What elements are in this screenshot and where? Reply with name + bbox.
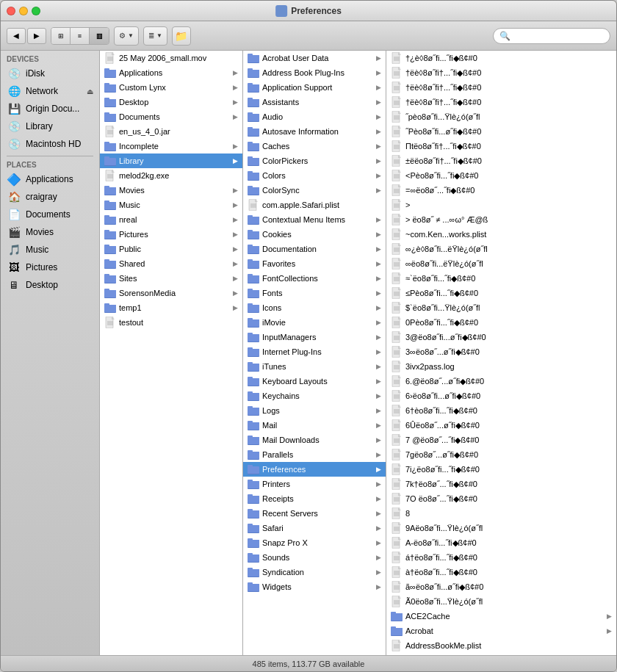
list-item[interactable]: Application Support▶ — [243, 80, 386, 95]
sidebar-item-network[interactable]: 🌐 Network ⏏ — [1, 82, 99, 100]
sidebar-item-movies[interactable]: 🎬 Movies — [1, 223, 99, 241]
list-item[interactable]: 25 May 2006_small.mov — [100, 51, 242, 65]
search-box[interactable]: 🔍 — [493, 28, 610, 44]
list-item[interactable]: Public▶ — [100, 242, 242, 256]
list-item[interactable]: melod2kg.exe — [100, 168, 242, 183]
list-item[interactable]: 6›ëo8ø˝fi...ø˝fi◆ß¢#0 — [386, 389, 616, 403]
list-item[interactable]: ≈`ëo8ø˝fi...˝fi◆ß¢#0 — [386, 271, 616, 286]
list-item[interactable]: Snapz Pro X▶ — [243, 535, 386, 550]
sidebar-item-music[interactable]: 🎵 Music — [1, 241, 99, 259]
list-item[interactable]: Sounds▶ — [243, 550, 386, 565]
proxy-icon[interactable]: 📁 — [172, 26, 191, 46]
sidebar-item-pictures[interactable]: 🖼 Pictures — [1, 259, 99, 276]
list-item[interactable]: 6Ûëo8ø˝...ø˝fi◆ß¢#0 — [386, 418, 616, 433]
list-item[interactable]: Receipts▶ — [243, 491, 386, 506]
list-item[interactable]: †¿è◊8ø˝fi...˝fi◆ß¢#0 — [386, 51, 616, 65]
list-item[interactable]: 7k†ëo8ø˝...˝fi◆ß¢#0 — [386, 477, 616, 491]
list-item[interactable]: =∞ëo8ø˝...˝fi◆ß¢#0 — [386, 183, 616, 198]
list-item[interactable]: 3@ëo8ø˝fi...ø˝fi◆ß¢#0 — [386, 330, 616, 344]
list-item[interactable]: ColorPickers▶ — [243, 153, 386, 168]
list-item[interactable]: Logs▶ — [243, 403, 386, 418]
list-item[interactable]: Preferences▶ — [243, 462, 386, 477]
list-item[interactable]: Incomplete▶ — [100, 139, 242, 153]
list-item[interactable]: Library▶ — [100, 153, 242, 168]
list-view-button[interactable]: ≡ — [71, 28, 90, 44]
list-item[interactable]: > — [386, 198, 616, 212]
list-item[interactable]: †ëè◊8ø˝fi†...˝fi◆ß¢#0 — [386, 65, 616, 80]
list-item[interactable]: 7i¿ëo8ø˝fi...˝fi◆ß¢#0 — [386, 462, 616, 477]
minimize-button[interactable] — [19, 7, 28, 15]
list-item[interactable]: Internet Plug-Ins▶ — [243, 344, 386, 359]
list-item[interactable]: Parallels▶ — [243, 447, 386, 462]
list-item[interactable]: 3ivx2pass.log — [386, 359, 616, 374]
list-item[interactable]: 6†èo8ø˝fi...˝fi◆ß¢#0 — [386, 403, 616, 418]
list-item[interactable]: Recent Servers▶ — [243, 506, 386, 521]
list-item[interactable]: InputManagers▶ — [243, 330, 386, 344]
list-item[interactable]: iTunes▶ — [243, 359, 386, 374]
list-item[interactable]: Custom Lynx▶ — [100, 80, 242, 95]
sidebar-item-desktop[interactable]: 🖥 Desktop — [1, 276, 99, 294]
list-item[interactable]: Documents▶ — [100, 109, 242, 124]
maximize-button[interactable] — [32, 7, 40, 15]
list-item[interactable]: SorensonMedia▶ — [100, 286, 242, 300]
sidebar-item-origin[interactable]: 💾 Origin Docu... — [1, 100, 99, 118]
list-item[interactable]: Assistants▶ — [243, 95, 386, 109]
list-item[interactable]: Keyboard Layouts▶ — [243, 374, 386, 389]
sidebar-item-craigray[interactable]: 🏠 craigray — [1, 188, 99, 206]
list-item[interactable]: 8 — [386, 506, 616, 521]
list-item[interactable]: $`ëo8ø˝fi...Ÿlè¿ó(ø˝fl — [386, 300, 616, 315]
list-item[interactable]: nreal▶ — [100, 212, 242, 227]
search-input[interactable] — [513, 32, 604, 40]
sidebar-item-macintosh-hd[interactable]: 💿 Macintosh HD — [1, 135, 99, 153]
list-item[interactable]: Ã0ëo8ø˝fi...Ÿlè¿ó(ø˝fl — [386, 594, 616, 609]
list-item[interactable]: Icons▶ — [243, 300, 386, 315]
list-item[interactable]: Desktop▶ — [100, 95, 242, 109]
list-item[interactable]: á†ëo8ø˝fi...˝fi◆ß¢#0 — [386, 550, 616, 565]
list-item[interactable]: ACE2Cache▶ — [386, 609, 616, 624]
action-button[interactable]: ⚙ ▼ — [114, 26, 139, 46]
list-item[interactable]: en_us_4_0.jar — [100, 124, 242, 139]
list-item[interactable]: ≤Pèo8ø˝fi...˝fi◆ß¢#0 — [386, 286, 616, 300]
list-item[interactable]: Address Book Plug-Ins▶ — [243, 65, 386, 80]
list-item[interactable]: †ëè◊8ø˝fi†...˝fi◆ß¢#0 — [386, 95, 616, 109]
list-item[interactable]: Πtëo8ø˝fi†...˝fi◆ß¢#0 — [386, 139, 616, 153]
list-item[interactable]: iMovie▶ — [243, 315, 386, 330]
list-item[interactable]: Audio▶ — [243, 109, 386, 124]
sidebar-item-idisk[interactable]: 💿 iDisk — [1, 65, 99, 82]
list-item[interactable]: A-ëo8ø˝fi...˝fi◆ß¢#0 — [386, 535, 616, 550]
list-item[interactable]: Acrobat▶ — [386, 624, 616, 638]
list-item[interactable]: ã∞ëo8ø˝fi...ø˝fi◆ß¢#0 — [386, 579, 616, 594]
list-item[interactable]: 0Pèo8ø˝fi...˝fi◆ß¢#0 — [386, 315, 616, 330]
list-item[interactable]: > ëo8ø˝ ≠ ...∞ω° Æ@ß — [386, 212, 616, 227]
list-item[interactable]: Printers▶ — [243, 477, 386, 491]
list-item[interactable]: 3∞ëo8ø˝...ø˝fi◆ß¢#0 — [386, 344, 616, 359]
list-item[interactable]: Cookies▶ — [243, 227, 386, 242]
list-item[interactable]: 9Aëo8ø˝fi...Ÿlè¿ó(ø˝fl — [386, 521, 616, 535]
icon-view-button[interactable]: ⊞ — [51, 28, 71, 44]
list-item[interactable]: Fonts▶ — [243, 286, 386, 300]
list-item[interactable]: ±ëëo8ø˝fi†...˝fi◆ß¢#0 — [386, 153, 616, 168]
list-item[interactable]: <Pèo8ø˝fi...˝fi◆ß¢#0 — [386, 168, 616, 183]
sidebar-item-library[interactable]: 💿 Library — [1, 118, 99, 135]
list-item[interactable]: Pictures▶ — [100, 227, 242, 242]
list-item[interactable]: 7gëo8ø˝...ø˝fi◆ß¢#0 — [386, 447, 616, 462]
list-item[interactable]: 7 @ëo8ø˝...˝fi◆ß¢#0 — [386, 433, 616, 447]
list-item[interactable]: AddressBookMe.plist — [386, 638, 616, 653]
list-item[interactable]: à†ëo8ø˝fi...˝fi◆ß¢#0 — [386, 565, 616, 579]
list-item[interactable]: Syndication▶ — [243, 565, 386, 579]
sidebar-item-documents[interactable]: 📄 Documents — [1, 206, 99, 223]
list-item[interactable]: Documentation▶ — [243, 242, 386, 256]
list-item[interactable]: temp1▶ — [100, 300, 242, 315]
list-item[interactable]: FontCollections▶ — [243, 271, 386, 286]
close-button[interactable] — [7, 7, 15, 15]
list-item[interactable]: Widgets▶ — [243, 579, 386, 594]
list-item[interactable]: Contextual Menu Items▶ — [243, 212, 386, 227]
list-item[interactable]: Keychains▶ — [243, 389, 386, 403]
list-item[interactable]: ColorSync▶ — [243, 183, 386, 198]
list-item[interactable]: Shared▶ — [100, 256, 242, 271]
list-item[interactable]: Applications▶ — [100, 65, 242, 80]
list-item[interactable]: Music▶ — [100, 198, 242, 212]
column-view-button[interactable]: ▥ — [90, 28, 109, 44]
list-item[interactable]: Colors▶ — [243, 168, 386, 183]
list-item[interactable]: Caches▶ — [243, 139, 386, 153]
